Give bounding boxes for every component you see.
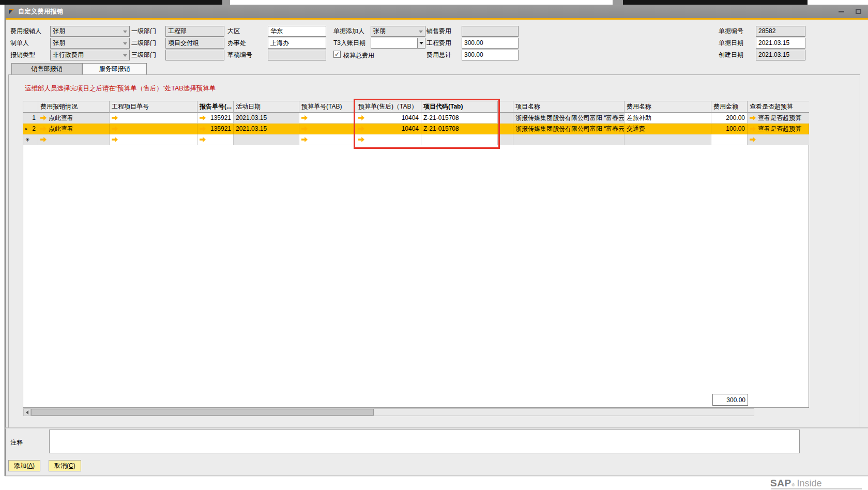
table-row-new[interactable]: ✳: [23, 134, 809, 145]
link-arrow-icon[interactable]: [200, 115, 206, 120]
office-field[interactable]: 上海办: [268, 38, 326, 49]
cell-over-budget[interactable]: 查看是否超预算: [748, 124, 809, 134]
tab-sales-reimburse[interactable]: 销售部报销: [11, 63, 82, 75]
cell-project-name[interactable]: [513, 134, 625, 145]
cell-budget-aftersale[interactable]: 10404: [356, 124, 421, 134]
cell-budget-aftersale[interactable]: 10404: [356, 113, 421, 124]
cell-budget-no[interactable]: [299, 124, 356, 134]
link-arrow-icon[interactable]: [358, 115, 364, 120]
total-cost-checkbox[interactable]: ✓: [333, 51, 341, 58]
link-arrow-icon[interactable]: [750, 137, 756, 142]
link-arrow-icon[interactable]: [40, 137, 47, 142]
cell-report-no[interactable]: [197, 134, 234, 145]
cell-project-name[interactable]: 浙报传媒集团股份有限公司富阳 “富春云...: [513, 113, 625, 124]
create-date-field[interactable]: 2021.03.15: [756, 50, 805, 60]
cell-project-order[interactable]: [110, 134, 197, 145]
dept2-field[interactable]: 项目交付组: [165, 38, 224, 49]
col-project-name[interactable]: 项目名称: [513, 101, 625, 113]
window-titlebar[interactable]: 自定义费用报销: [6, 5, 868, 18]
cell-budget-no[interactable]: [299, 113, 356, 124]
cell-status[interactable]: 点此查看: [38, 113, 110, 124]
col-project-order[interactable]: 工程项目单号: [110, 101, 197, 113]
cell-project-code[interactable]: [421, 134, 498, 145]
row-indicator[interactable]: ✳: [23, 134, 38, 145]
col-project-code[interactable]: 项目代码(Tab): [421, 101, 498, 113]
col-activity-date[interactable]: 活动日期: [234, 101, 299, 113]
engineering-expense-field[interactable]: 300.00: [462, 38, 519, 49]
row-indicator[interactable]: 1: [23, 113, 38, 124]
cell-activity-date[interactable]: 2021.03.15: [234, 124, 299, 134]
region-field[interactable]: 华东: [268, 26, 326, 37]
cell-amount[interactable]: 200.00: [711, 113, 748, 124]
link-arrow-icon[interactable]: [301, 115, 308, 120]
link-arrow-icon[interactable]: [750, 126, 756, 131]
col-blank[interactable]: [498, 101, 513, 113]
creator-field[interactable]: 张朋: [50, 38, 130, 49]
cell-status[interactable]: [38, 134, 110, 145]
row-indicator[interactable]: ▸2: [23, 124, 38, 134]
col-amount[interactable]: 费用金额: [711, 101, 748, 113]
cell-budget-no[interactable]: [299, 134, 356, 145]
dropdown-button[interactable]: [417, 38, 425, 48]
link-arrow-icon[interactable]: [40, 126, 47, 131]
link-arrow-icon[interactable]: [40, 115, 47, 120]
cell-amount[interactable]: [711, 134, 748, 145]
scroll-left-button[interactable]: [24, 409, 31, 416]
dept1-field[interactable]: 工程部: [165, 26, 224, 37]
cell-project-order[interactable]: [110, 113, 197, 124]
cell-report-no[interactable]: 135921: [197, 124, 234, 134]
col-row-indicator[interactable]: [23, 101, 38, 113]
link-arrow-icon[interactable]: [358, 137, 364, 142]
col-budget-no[interactable]: 预算单号(TAB): [299, 101, 356, 113]
link-arrow-icon[interactable]: [112, 126, 118, 131]
cell-over-budget[interactable]: [748, 134, 809, 145]
doc-adder-field[interactable]: 张朋: [371, 26, 425, 37]
cell-activity-date[interactable]: [234, 134, 299, 145]
reimburser-field[interactable]: 张朋: [50, 26, 130, 37]
doc-date-field[interactable]: 2021.03.15: [756, 38, 805, 49]
link-arrow-icon[interactable]: [358, 126, 364, 131]
cell-project-code[interactable]: Z-21-015708: [421, 124, 498, 134]
col-status[interactable]: 费用报销情况: [38, 101, 110, 113]
col-over-budget[interactable]: 查看是否超预算: [748, 101, 809, 113]
table-row[interactable]: 1 点此查看 135921 2021.03.15 10404 Z-21-0157…: [23, 113, 809, 124]
cell-budget-aftersale[interactable]: [356, 134, 421, 145]
cell-expense-name[interactable]: 交通费: [625, 124, 711, 134]
table-row-selected[interactable]: ▸2 点此查看 135921 2021.03.15 10404 Z-21-015…: [23, 124, 809, 134]
link-arrow-icon[interactable]: [112, 115, 118, 120]
cell-expense-name[interactable]: 差旅补助: [625, 113, 711, 124]
sales-expense-field[interactable]: [462, 26, 519, 37]
cell-report-no[interactable]: 135921: [197, 113, 234, 124]
link-arrow-icon[interactable]: [200, 126, 206, 131]
cell-amount[interactable]: 100.00: [711, 124, 748, 134]
t3-date-field[interactable]: [371, 38, 425, 49]
cancel-button[interactable]: 取消(C): [49, 460, 81, 471]
horizontal-scrollbar[interactable]: [23, 408, 754, 416]
minimize-button[interactable]: [835, 8, 847, 15]
add-button[interactable]: 添加(A): [8, 460, 40, 471]
link-arrow-icon[interactable]: [200, 137, 206, 142]
scrollbar-thumb[interactable]: [31, 409, 374, 416]
link-arrow-icon[interactable]: [301, 137, 308, 142]
col-expense-name[interactable]: 费用名称: [625, 101, 711, 113]
tab-service-reimburse[interactable]: 服务部报销: [82, 63, 147, 75]
cell-expense-name[interactable]: [625, 134, 711, 145]
col-report-no[interactable]: 报告单号(...: [197, 101, 234, 113]
col-budget-aftersale[interactable]: 预算单(售后)（TAB）: [356, 101, 421, 113]
cell-project-name[interactable]: 浙报传媒集团股份有限公司富阳 “富春云...: [513, 124, 625, 134]
doc-no-field[interactable]: 28582: [756, 26, 805, 37]
cell-project-order[interactable]: [110, 124, 197, 134]
link-arrow-icon[interactable]: [301, 126, 308, 131]
dept3-field[interactable]: [165, 50, 224, 60]
cell-status[interactable]: 点此查看: [38, 124, 110, 134]
link-arrow-icon[interactable]: [750, 115, 756, 120]
expense-total-field[interactable]: 300.00: [462, 50, 519, 60]
cell-project-code[interactable]: Z-21-015708: [421, 113, 498, 124]
draft-no-field[interactable]: [268, 50, 326, 60]
expense-type-field[interactable]: 非行政费用: [50, 50, 130, 60]
maximize-button[interactable]: [852, 8, 864, 15]
cell-activity-date[interactable]: 2021.03.15: [234, 113, 299, 124]
comments-input[interactable]: [49, 430, 800, 453]
link-arrow-icon[interactable]: [112, 137, 118, 142]
cell-over-budget[interactable]: 查看是否超预算: [748, 113, 809, 124]
